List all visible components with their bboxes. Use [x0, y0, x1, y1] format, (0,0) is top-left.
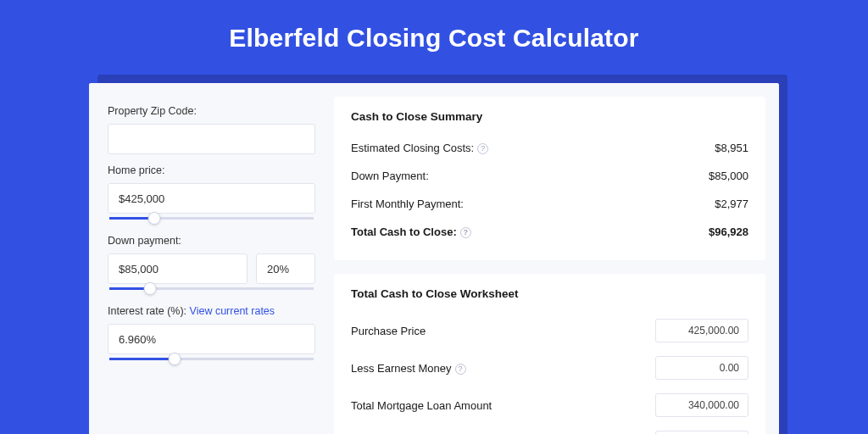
zip-group: Property Zip Code: — [108, 105, 315, 158]
summary-row-value: $85,000 — [709, 170, 748, 182]
down-payment-group: Down payment: — [108, 235, 315, 290]
summary-row: Total Cash to Close:?$96,928 — [351, 219, 748, 247]
summary-row-label: First Monthly Payment: — [351, 198, 464, 210]
summary-row-value: $8,951 — [715, 142, 748, 154]
interest-input[interactable] — [108, 324, 315, 354]
interest-slider[interactable] — [109, 358, 314, 360]
worksheet-title: Total Cash to Close Worksheet — [351, 287, 748, 300]
worksheet-row-label: Less Earnest Money? — [351, 362, 466, 375]
view-rates-link[interactable]: View current rates — [190, 305, 275, 317]
slider-thumb[interactable] — [144, 282, 157, 295]
zip-input[interactable] — [108, 124, 315, 154]
summary-panel: Cash to Close Summary Estimated Closing … — [334, 97, 765, 260]
worksheet-row: Less Earnest Money?0.00 — [351, 349, 748, 387]
down-payment-input[interactable] — [108, 253, 248, 284]
worksheet-row: Purchase Price425,000.00 — [351, 312, 748, 349]
summary-row: Down Payment:$85,000 — [351, 163, 748, 191]
worksheet-row-value[interactable]: 0.00 — [655, 431, 748, 434]
home-price-slider[interactable] — [109, 217, 314, 220]
summary-row-label: Total Cash to Close:? — [351, 225, 471, 238]
zip-label: Property Zip Code: — [108, 105, 315, 117]
down-payment-slider[interactable] — [109, 287, 314, 290]
results-column: Cash to Close Summary Estimated Closing … — [334, 97, 765, 426]
page-title: Elberfeld Closing Cost Calculator — [0, 0, 868, 71]
home-price-input[interactable] — [108, 183, 315, 214]
worksheet-row-value[interactable]: 0.00 — [655, 356, 748, 380]
interest-label: Interest rate (%): View current rates — [108, 305, 315, 317]
summary-row: Estimated Closing Costs:?$8,951 — [351, 135, 748, 163]
slider-fill — [109, 358, 175, 360]
summary-row-label: Down Payment: — [351, 170, 429, 182]
help-icon[interactable]: ? — [477, 143, 488, 154]
down-payment-pct-input[interactable] — [256, 253, 315, 284]
home-price-label: Home price: — [108, 164, 315, 176]
summary-row-value: $96,928 — [709, 225, 748, 238]
inputs-column: Property Zip Code: Home price: Down paym… — [103, 97, 319, 426]
worksheet-row-value[interactable]: 340,000.00 — [655, 393, 748, 417]
worksheet-row: Total Mortgage Loan Amount340,000.00 — [351, 387, 748, 424]
home-price-group: Home price: — [108, 164, 315, 220]
worksheet-row: Total Second Mortgage Amount?0.00 — [351, 424, 748, 434]
worksheet-row-label: Purchase Price — [351, 325, 426, 337]
summary-row-value: $2,977 — [715, 198, 748, 210]
help-icon[interactable]: ? — [460, 227, 471, 238]
worksheet-row-value[interactable]: 425,000.00 — [655, 319, 748, 342]
summary-row-label: Estimated Closing Costs:? — [351, 142, 488, 154]
summary-row: First Monthly Payment:$2,977 — [351, 191, 748, 219]
down-payment-label: Down payment: — [108, 235, 315, 247]
calculator-card: Property Zip Code: Home price: Down paym… — [89, 83, 779, 434]
help-icon[interactable]: ? — [455, 364, 466, 375]
slider-thumb[interactable] — [169, 353, 181, 365]
worksheet-row-label: Total Mortgage Loan Amount — [351, 399, 492, 412]
interest-group: Interest rate (%): View current rates — [108, 305, 315, 360]
summary-title: Cash to Close Summary — [351, 110, 748, 123]
worksheet-panel: Total Cash to Close Worksheet Purchase P… — [334, 274, 765, 434]
slider-thumb[interactable] — [148, 212, 161, 225]
interest-label-text: Interest rate (%): — [108, 305, 190, 317]
